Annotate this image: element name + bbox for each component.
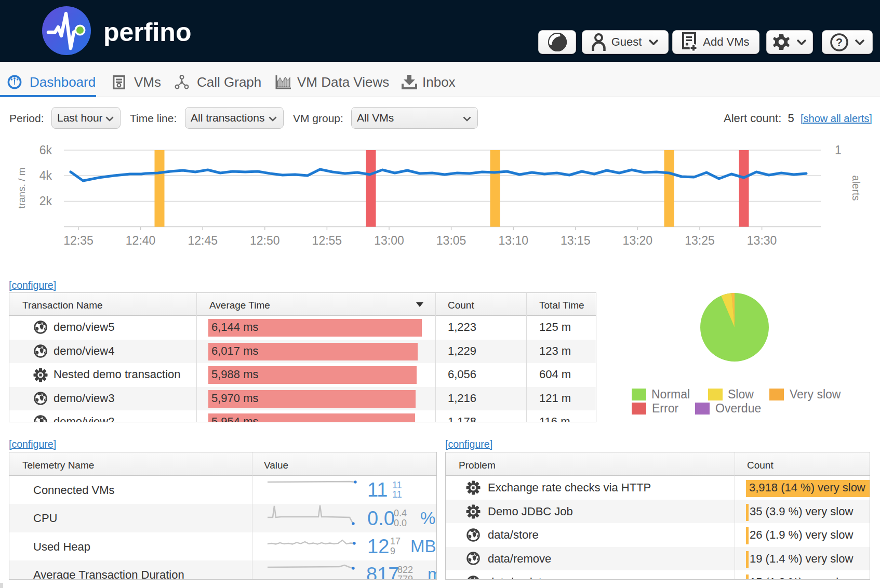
svg-text:2k: 2k <box>39 194 52 208</box>
svg-text:13:15: 13:15 <box>561 234 591 247</box>
svg-text:12:55: 12:55 <box>312 234 342 247</box>
svg-text:13:00: 13:00 <box>374 234 404 247</box>
svg-text:trans. / m: trans. / m <box>16 167 27 208</box>
svg-text:1: 1 <box>835 143 842 157</box>
svg-text:13:10: 13:10 <box>498 234 528 247</box>
svg-text:12:40: 12:40 <box>126 234 156 247</box>
svg-text:13:05: 13:05 <box>436 234 466 247</box>
svg-text:13:20: 13:20 <box>623 234 653 247</box>
svg-text:4k: 4k <box>39 169 52 182</box>
svg-text:12:50: 12:50 <box>250 234 280 247</box>
svg-text:13:25: 13:25 <box>685 234 715 247</box>
svg-text:12:45: 12:45 <box>188 234 218 247</box>
svg-text:12:35: 12:35 <box>63 234 94 247</box>
svg-text:alerts: alerts <box>850 176 862 201</box>
svg-text:13:30: 13:30 <box>747 234 777 247</box>
svg-text:6k: 6k <box>39 143 52 157</box>
svg-text:?: ? <box>835 36 842 49</box>
